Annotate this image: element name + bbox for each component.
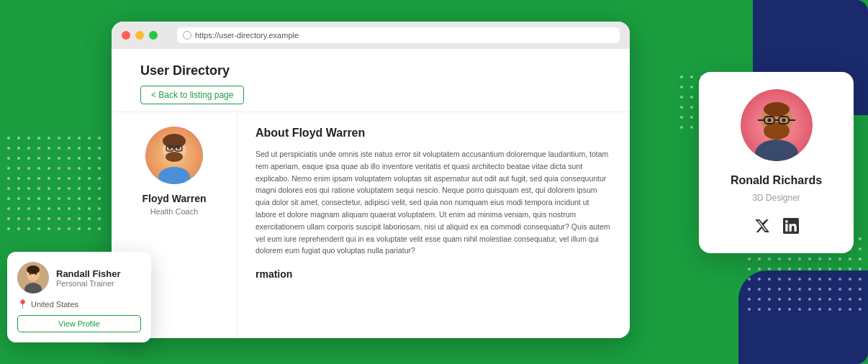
main-content-area: About Floyd Warren Sed ut perspiciatis u… bbox=[238, 112, 630, 338]
linkedin-icon[interactable] bbox=[781, 216, 801, 236]
ronald-avatar bbox=[741, 89, 813, 161]
popup-user-row: Randall Fisher Personal Trainer bbox=[17, 262, 141, 294]
back-button[interactable]: < Back to listing page bbox=[140, 86, 244, 104]
ronald-avatar-image bbox=[741, 89, 813, 161]
page-body: Floyd Warren Health Coach About Floyd Wa… bbox=[112, 112, 630, 338]
randall-role: Personal Trainer bbox=[56, 279, 121, 288]
svg-point-13 bbox=[27, 265, 40, 274]
browser-window: https://user-directory.example User Dire… bbox=[112, 22, 630, 338]
traffic-light-red[interactable] bbox=[122, 31, 130, 40]
popup-user-info: Randall Fisher Personal Trainer bbox=[56, 268, 121, 288]
ronald-richards-card: Ronald Richards 3D Designer bbox=[699, 72, 854, 253]
address-text: https://user-directory.example bbox=[195, 31, 299, 40]
floyd-avatar-image bbox=[145, 127, 203, 184]
browser-content: User Directory < Back to listing page bbox=[112, 49, 630, 338]
svg-point-16 bbox=[30, 273, 31, 275]
randall-avatar-image bbox=[17, 262, 49, 294]
randall-name: Randall Fisher bbox=[56, 268, 121, 279]
floyd-name: Floyd Warren bbox=[143, 193, 207, 204]
floyd-avatar bbox=[145, 127, 203, 184]
svg-point-29 bbox=[767, 119, 771, 122]
svg-point-4 bbox=[163, 134, 186, 148]
svg-point-30 bbox=[782, 119, 785, 122]
svg-point-7 bbox=[177, 147, 180, 150]
profile-socials bbox=[752, 216, 801, 236]
ronald-name: Ronald Richards bbox=[731, 174, 822, 187]
address-bar[interactable]: https://user-directory.example bbox=[177, 27, 620, 43]
randall-fisher-popup: Randall Fisher Personal Trainer 📍 United… bbox=[7, 252, 151, 342]
popup-location: 📍 United States bbox=[17, 299, 141, 309]
globe-icon bbox=[183, 31, 191, 40]
svg-point-23 bbox=[764, 102, 790, 117]
about-text: Sed ut perspiciatis unde omnis iste natu… bbox=[256, 148, 612, 257]
svg-point-17 bbox=[35, 273, 37, 275]
svg-point-6 bbox=[168, 147, 171, 150]
dot-pattern-left: for(let i=0;i<100;i++) document.currentS… bbox=[7, 137, 104, 233]
about-title: About Floyd Warren bbox=[256, 127, 612, 140]
traffic-light-yellow[interactable] bbox=[135, 31, 144, 40]
page-title: User Directory bbox=[140, 63, 601, 78]
floyd-role: Health Coach bbox=[150, 207, 199, 216]
randall-location: United States bbox=[31, 300, 78, 309]
randall-avatar bbox=[17, 262, 49, 294]
twitter-icon[interactable] bbox=[752, 216, 772, 236]
view-profile-button[interactable]: View Profile bbox=[17, 315, 141, 332]
page-header: User Directory < Back to listing page bbox=[112, 49, 630, 112]
browser-titlebar: https://user-directory.example bbox=[112, 22, 630, 49]
svg-point-5 bbox=[166, 152, 183, 162]
section-title: rmation bbox=[256, 268, 612, 280]
location-icon: 📍 bbox=[17, 299, 28, 309]
svg-point-22 bbox=[764, 122, 790, 140]
ronald-role: 3D Designer bbox=[752, 193, 800, 203]
traffic-light-green[interactable] bbox=[149, 31, 158, 40]
